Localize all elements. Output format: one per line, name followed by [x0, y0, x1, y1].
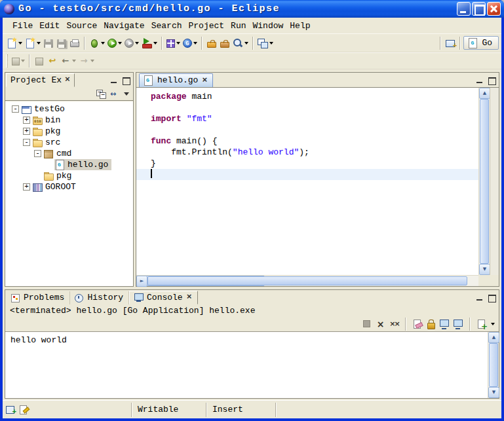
collapse-box[interactable]: - [23, 139, 30, 146]
scroll-up-icon[interactable]: ▲ [488, 332, 499, 343]
collapse-box[interactable]: - [12, 105, 19, 113]
scroll-right-icon[interactable]: ► [136, 276, 147, 287]
editor-trim-icon[interactable] [19, 405, 29, 414]
tree-label[interactable]: cmd [54, 149, 73, 158]
tab-history[interactable]: History [70, 291, 129, 304]
code-line[interactable] [136, 124, 478, 136]
remove-all-launches-icon[interactable]: ×× [389, 319, 400, 329]
expand-box[interactable]: + [23, 183, 30, 191]
annotation-nav-button[interactable] [256, 36, 275, 50]
new-go-file-button[interactable] [24, 36, 42, 50]
code-line[interactable] [136, 102, 478, 113]
editor-vertical-scrollbar[interactable]: ▲ ▼ [478, 88, 490, 275]
maximize-view-icon[interactable] [487, 294, 496, 302]
clear-console-icon[interactable] [412, 319, 423, 329]
code-line[interactable]: func main() { [136, 136, 478, 147]
pin-console-icon[interactable] [439, 319, 450, 329]
console-dropdown-icon[interactable] [491, 323, 495, 325]
tree-row-hello.go[interactable]: hello.go [5, 159, 133, 170]
forward-button[interactable]: → [77, 54, 96, 68]
minimize-button[interactable] [457, 2, 471, 16]
open-perspective-button[interactable] [444, 36, 457, 50]
menu-help[interactable]: Help [286, 20, 313, 32]
tree-row-src[interactable]: -src [5, 137, 133, 148]
last-edit-button[interactable]: ↩ [46, 54, 59, 68]
code-line[interactable]: } [136, 158, 478, 169]
close-button[interactable] [487, 2, 501, 16]
run-button[interactable] [106, 36, 123, 50]
go-perspective-button[interactable]: Go [463, 36, 499, 50]
tree-row-cmd[interactable]: -cmd [5, 148, 133, 159]
console-output-area[interactable]: hello world ▲ ▼ [5, 331, 499, 398]
menu-source[interactable]: Source [63, 20, 100, 32]
code-area[interactable]: package mainimport "fmt"func main() { fm… [136, 88, 478, 275]
tree-row-testGo[interactable]: -testGo [5, 103, 133, 115]
tab-problems[interactable]: Problems [7, 291, 70, 304]
tab-console[interactable]: Console× [129, 291, 198, 304]
menu-file[interactable]: File [9, 20, 36, 32]
scroll-up-icon[interactable]: ▲ [479, 88, 490, 99]
run-last-button[interactable] [123, 36, 140, 50]
tree-row-pkg[interactable]: pkg [5, 170, 133, 181]
menu-window[interactable]: Window [250, 20, 287, 32]
save-button[interactable] [42, 36, 55, 50]
tree-label[interactable]: hello.go [66, 160, 110, 170]
title-bar[interactable]: Go - testGo/src/cmd/hello.go - Eclipse [0, 0, 504, 18]
pin-editor-button[interactable] [33, 54, 46, 68]
tree-row-pkg[interactable]: +pkg [5, 126, 133, 137]
link-with-editor-icon[interactable]: ↔ [110, 90, 119, 98]
close-icon[interactable]: × [186, 294, 193, 301]
print-button[interactable] [68, 36, 81, 50]
tree-row-GOROOT[interactable]: +GOROOT [5, 181, 133, 192]
scroll-down-icon[interactable]: ▼ [479, 264, 490, 275]
debug-button[interactable] [88, 36, 106, 50]
tree-label[interactable]: src [43, 137, 62, 147]
code-line[interactable]: fmt.Println("hello world"); [136, 147, 478, 158]
view-menu-icon[interactable] [124, 92, 129, 98]
expand-box[interactable]: + [23, 117, 30, 124]
display-selected-console-icon[interactable] [453, 319, 464, 329]
tree-label[interactable]: GOROOT [43, 182, 78, 192]
save-all-button[interactable] [55, 36, 68, 50]
back-button[interactable]: ← [59, 54, 77, 68]
code-line[interactable] [136, 169, 478, 180]
code-line[interactable]: package main [136, 91, 478, 102]
new-go-project-button[interactable] [165, 36, 182, 50]
menu-run[interactable]: Run [227, 20, 249, 32]
tab-hello-go[interactable]: hello.go × [139, 73, 213, 87]
scrollbar-thumb[interactable] [489, 343, 498, 387]
external-tools-button[interactable] [140, 36, 159, 50]
terminate-icon[interactable] [361, 319, 372, 329]
console-vertical-scrollbar[interactable]: ▲ ▼ [488, 332, 499, 398]
open-console-icon[interactable] [476, 319, 487, 329]
tab-project-explorer[interactable]: Project Ex × [6, 73, 75, 87]
maximize-button[interactable] [472, 2, 486, 16]
open-browser-button[interactable] [182, 36, 199, 50]
marker-button[interactable] [10, 54, 26, 68]
search-button[interactable] [231, 36, 250, 50]
maximize-view-icon[interactable] [121, 77, 130, 84]
scroll-lock-icon[interactable] [425, 319, 436, 329]
tree-row-bin[interactable]: +bin [5, 115, 133, 126]
menu-search[interactable]: Search [148, 20, 185, 32]
collapse-all-icon[interactable] [96, 90, 106, 98]
expand-box[interactable]: + [23, 128, 30, 135]
remove-launch-icon[interactable]: × [375, 319, 386, 329]
menu-project[interactable]: Project [185, 20, 227, 32]
menu-edit[interactable]: Edit [36, 20, 63, 32]
minimize-view-icon[interactable] [109, 77, 119, 84]
minimize-view-icon[interactable] [475, 77, 484, 84]
editor-horizontal-scrollbar[interactable]: ◄ ► [136, 275, 478, 286]
collapse-box[interactable]: - [34, 150, 41, 157]
menu-navigate[interactable]: Navigate [100, 20, 147, 32]
toolbar-handle[interactable] [6, 54, 8, 67]
maximize-view-icon[interactable] [487, 77, 496, 84]
tree-label[interactable]: pkg [54, 171, 73, 181]
scrollbar-thumb[interactable] [480, 99, 489, 264]
toolbox-button[interactable] [205, 36, 218, 50]
scrollbar-thumb[interactable] [147, 276, 467, 285]
toolbox-alt-button[interactable] [218, 36, 231, 50]
close-icon[interactable]: × [201, 77, 208, 84]
new-wizard-button[interactable] [5, 36, 24, 50]
code-line[interactable]: import "fmt" [136, 113, 478, 124]
